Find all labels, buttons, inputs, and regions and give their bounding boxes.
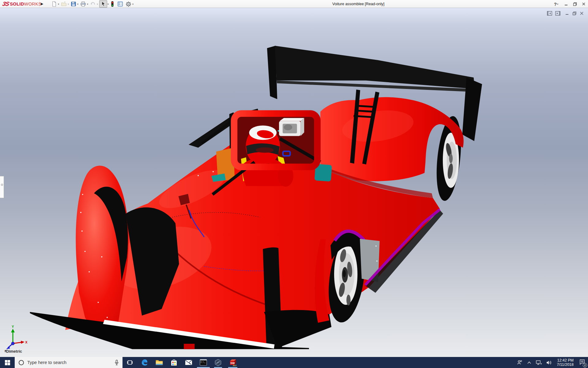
title-bar: 3S SOLID WORKS ▶ ▾ ▾	[0, 0, 588, 8]
start-button[interactable]	[0, 357, 15, 368]
save-caret-icon[interactable]: ▾	[77, 3, 78, 6]
feature-panel-tab[interactable]	[0, 176, 4, 198]
main-toolbar: ▾ ▾ ▾	[51, 0, 135, 8]
task-view-button[interactable]	[123, 357, 137, 368]
command-prompt-button[interactable]: C:\_	[196, 357, 211, 368]
save-icon	[71, 1, 76, 7]
open-button[interactable]	[60, 0, 67, 8]
split-pane-right-icon[interactable]	[555, 11, 560, 16]
view-traffic-light-button[interactable]	[110, 0, 115, 8]
doc-close-icon[interactable]	[580, 11, 584, 15]
display-settings-button[interactable]	[117, 0, 124, 8]
edge-button[interactable]	[137, 357, 152, 368]
notification-badge: 2	[583, 363, 587, 367]
screen: 3S SOLID WORKS ▶ ▾ ▾	[0, 0, 588, 368]
close-button[interactable]	[582, 2, 586, 6]
taskbar: C:\_ SW 2017	[0, 357, 588, 368]
brand-works: WORKS	[24, 2, 42, 6]
doc-minimize-icon[interactable]	[565, 11, 569, 15]
options-caret-icon[interactable]: ▾	[132, 3, 134, 6]
action-center-button[interactable]: 2	[579, 359, 585, 366]
gear-icon	[126, 1, 131, 7]
restore-icon	[573, 2, 577, 6]
open-caret-icon[interactable]: ▾	[68, 3, 69, 6]
close-icon	[582, 2, 586, 6]
save-button[interactable]	[70, 0, 77, 8]
undo-caret-icon[interactable]: ▾	[97, 3, 98, 6]
document-window-controls	[547, 11, 584, 16]
car-model[interactable]	[0, 8, 588, 357]
taskbar-apps: C:\_ SW 2017	[123, 357, 240, 368]
svg-text:C:\_: C:\_	[201, 361, 205, 363]
search-box[interactable]	[15, 357, 123, 368]
mail-icon	[185, 360, 192, 365]
volume-icon[interactable]	[546, 360, 552, 365]
options-button[interactable]	[125, 0, 132, 8]
store-icon	[171, 359, 177, 366]
hexagon-app-icon	[214, 359, 222, 366]
doc-restore-icon[interactable]	[572, 11, 577, 16]
graphics-area[interactable]: Y X Z *Dimetric	[0, 8, 588, 357]
help-button[interactable]: ? ▾	[554, 2, 560, 7]
select-caret-icon[interactable]: ▾	[107, 3, 109, 6]
solidworks-2017-button[interactable]: SW 2017	[225, 357, 240, 368]
restore-button[interactable]	[573, 2, 577, 6]
clock[interactable]: 12:42 PM 7/11/2018	[557, 358, 574, 367]
mail-button[interactable]	[181, 357, 196, 368]
y-axis-label: Y	[12, 325, 14, 328]
help-caret-icon: ▾	[557, 3, 558, 6]
people-icon[interactable]	[517, 360, 522, 365]
tray-date: 7/11/2018	[557, 362, 574, 367]
panel-tab-dot	[1, 184, 3, 186]
file-explorer-icon	[156, 359, 163, 366]
edge-icon	[141, 359, 148, 366]
print-button[interactable]	[80, 0, 87, 8]
system-tray: 12:42 PM 7/11/2018 2	[517, 357, 588, 368]
view-orientation-label: *Dimetric	[5, 349, 22, 354]
solidworks-logo: 3S SOLID WORKS	[1, 0, 40, 8]
solidworks-logo-mark: 3S	[2, 1, 10, 7]
brand-solid: SOLID	[10, 2, 24, 6]
menu-flyout-arrow-icon[interactable]: ▶	[41, 2, 43, 6]
y-axis-arrow-icon	[11, 329, 15, 332]
window-title: Voiture assomblee [Read-only]	[332, 2, 384, 6]
split-pane-left-icon[interactable]	[547, 11, 552, 16]
undo-icon	[90, 1, 96, 7]
cortana-icon	[19, 360, 24, 365]
search-input[interactable]	[24, 360, 115, 365]
minimize-button[interactable]	[564, 2, 568, 6]
show-hidden-icons-chevron[interactable]	[527, 361, 531, 364]
tray-time: 12:42 PM	[557, 358, 574, 362]
hexagon-app-button[interactable]	[211, 357, 225, 368]
orientation-triad[interactable]: Y X Z	[3, 325, 29, 352]
new-document-icon	[51, 1, 57, 7]
task-view-icon	[127, 360, 133, 365]
open-icon	[61, 1, 67, 7]
select-cursor-icon	[100, 1, 106, 7]
traffic-light-icon	[111, 1, 114, 7]
file-explorer-button[interactable]	[152, 357, 167, 368]
print-caret-icon[interactable]: ▾	[87, 3, 88, 6]
display-settings-icon	[117, 1, 123, 7]
store-button[interactable]	[167, 357, 181, 368]
minimize-icon	[564, 2, 568, 6]
window-controls: ? ▾	[554, 0, 586, 8]
solidworks-2017-icon: SW 2017	[229, 358, 237, 366]
svg-text:2017: 2017	[233, 365, 236, 366]
x-axis-arrow-icon	[21, 341, 24, 344]
command-prompt-icon: C:\_	[200, 359, 207, 366]
x-axis-label: X	[25, 340, 28, 344]
new-caret-icon[interactable]: ▾	[58, 3, 59, 6]
rear-view-mirror	[279, 118, 304, 136]
svg-text:SW: SW	[230, 362, 235, 365]
print-icon	[80, 1, 86, 7]
select-button[interactable]	[99, 0, 107, 8]
network-icon[interactable]	[536, 360, 542, 365]
undo-button[interactable]	[89, 0, 96, 8]
microphone-icon[interactable]	[115, 360, 119, 366]
windows-logo-icon	[5, 360, 10, 365]
new-document-button[interactable]	[51, 0, 58, 8]
